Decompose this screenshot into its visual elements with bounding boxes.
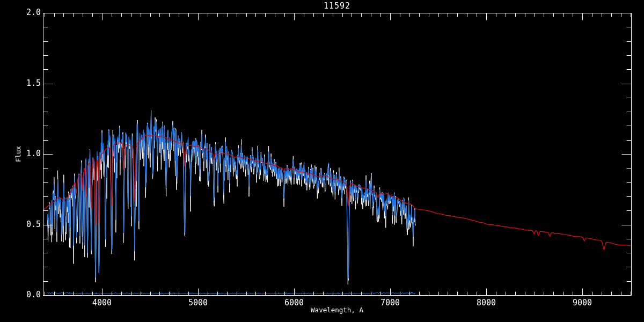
x-tick-label: 9000 bbox=[563, 298, 602, 308]
x-tick-label: 4000 bbox=[83, 298, 121, 308]
y-tick-label: 0.5 bbox=[16, 219, 41, 229]
y-tick-label: 1.0 bbox=[16, 149, 41, 158]
y-tick-label: 2.0 bbox=[16, 8, 41, 17]
x-tick-label: 7000 bbox=[371, 298, 409, 308]
spectrum-plot: 11592 Wavelength, A Flux 400050006000700… bbox=[0, 0, 644, 322]
x-tick-label: 5000 bbox=[179, 298, 217, 308]
x-axis-label: Wavelength, A bbox=[43, 306, 631, 314]
x-tick-label: 6000 bbox=[275, 298, 313, 308]
x-tick-label: 8000 bbox=[467, 298, 506, 308]
y-tick-label: 0.0 bbox=[16, 290, 41, 299]
plot-title: 11592 bbox=[43, 1, 631, 11]
y-tick-label: 1.5 bbox=[16, 78, 41, 88]
spectrum-plot-canvas bbox=[0, 0, 644, 322]
